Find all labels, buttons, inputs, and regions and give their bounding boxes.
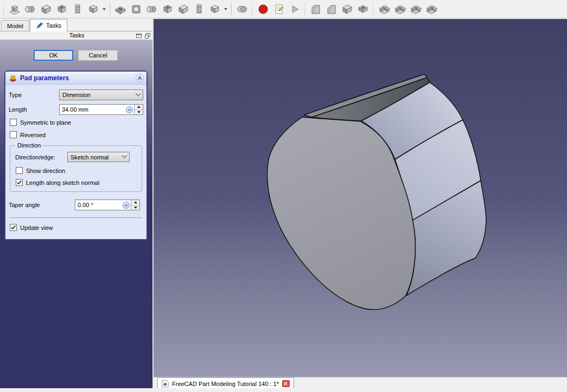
- expression-editor-icon[interactable]: [123, 202, 130, 209]
- revolution-button[interactable]: [22, 1, 38, 17]
- mirrored-icon: [378, 3, 391, 16]
- thickness-button[interactable]: [355, 1, 371, 17]
- dropdown-arrow-icon[interactable]: [224, 8, 227, 10]
- subtractive-pipe-button[interactable]: [160, 1, 175, 17]
- multi-transform-button[interactable]: [423, 1, 439, 17]
- subtractive-loft-icon: [177, 3, 190, 16]
- length-along-label: Length along sketch normal: [26, 179, 99, 186]
- close-icon: [284, 382, 288, 385]
- close-document-button[interactable]: [282, 380, 290, 387]
- hole-icon: [130, 3, 143, 16]
- toolbar-handle[interactable]: [304, 3, 306, 15]
- taper-angle-field[interactable]: 0.00 °: [75, 200, 140, 210]
- subtractive-loft-button[interactable]: [175, 1, 191, 17]
- additive-pipe-icon: [55, 3, 68, 16]
- subtractive-helix-button[interactable]: [191, 1, 207, 17]
- additive-loft-icon: [40, 3, 53, 16]
- taper-angle-value[interactable]: 0.00 °: [75, 202, 123, 208]
- subtractive-primitive-button[interactable]: [207, 1, 222, 17]
- document-tab-title: FreeCAD Part Modeling Tutorial 140 : 1*: [172, 381, 279, 387]
- additive-primitive-icon: [87, 3, 100, 16]
- update-view-label: Update view: [20, 224, 53, 231]
- taper-angle-label: Taper angle: [9, 202, 75, 208]
- pad-parameters-header[interactable]: Pad parameters: [5, 72, 146, 85]
- update-view-checkbox[interactable]: [10, 224, 17, 231]
- polar-pattern-icon: [409, 3, 422, 16]
- type-dropdown[interactable]: Dimension: [59, 89, 143, 100]
- toolbar-handle[interactable]: [3, 3, 5, 15]
- length-field[interactable]: 34.00 mm: [59, 104, 143, 115]
- spin-down-icon[interactable]: [131, 205, 139, 210]
- additive-primitive-button[interactable]: [85, 1, 101, 17]
- direction-edge-dropdown[interactable]: Sketch normal: [67, 152, 130, 162]
- length-value[interactable]: 34.00 mm: [60, 106, 126, 113]
- tab-tasks[interactable]: Tasks: [30, 19, 67, 31]
- draft-button[interactable]: [339, 1, 355, 17]
- macro-edit-button[interactable]: [271, 1, 286, 17]
- chamfer-button[interactable]: [323, 1, 339, 17]
- subtractive-pipe-icon: [161, 3, 174, 16]
- spin-up-icon[interactable]: [131, 200, 139, 205]
- mirrored-button[interactable]: [376, 1, 392, 17]
- expression-editor-icon[interactable]: [126, 106, 133, 113]
- length-along-checkbox[interactable]: [16, 179, 23, 186]
- document-tab[interactable]: FreeCAD Part Modeling Tutorial 140 : 1*: [157, 377, 294, 389]
- show-direction-checkbox[interactable]: [16, 167, 23, 174]
- macro-execute-button[interactable]: [286, 1, 302, 17]
- additive-helix-button[interactable]: [69, 1, 85, 17]
- status-strip: [0, 388, 567, 392]
- update-view-row: Update view: [10, 224, 143, 231]
- tasks-panel: OK Cancel Pad parameters: [0, 40, 154, 388]
- linear-pattern-button[interactable]: [392, 1, 407, 17]
- length-label: Length: [9, 106, 59, 113]
- additive-pipe-button[interactable]: [54, 1, 69, 17]
- chevron-down-icon: [122, 153, 128, 158]
- additive-loft-button[interactable]: [38, 1, 54, 17]
- pencil-icon: [36, 22, 43, 29]
- tasks-dock-titlebar: Tasks: [0, 31, 154, 40]
- type-label: Type: [9, 92, 59, 98]
- fillet-icon: [309, 3, 322, 16]
- spin-up-icon[interactable]: [135, 105, 143, 110]
- symmetric-checkbox[interactable]: [10, 119, 17, 126]
- boolean-operation-button[interactable]: [234, 1, 250, 17]
- direction-edge-row: Direction/edge: Sketch normal: [15, 152, 137, 162]
- combo-view-panel: Model Tasks Tasks OK Cancel: [0, 19, 154, 388]
- ok-button[interactable]: OK: [34, 50, 73, 61]
- macro-execute-icon: [288, 3, 301, 16]
- pocket-button[interactable]: [112, 1, 128, 17]
- length-row: Length 34.00 mm: [9, 104, 143, 115]
- hole-button[interactable]: [128, 1, 144, 17]
- fillet-button[interactable]: [308, 1, 323, 17]
- pad-parameters-title: Pad parameters: [20, 74, 69, 82]
- symmetric-label: Symmetric to plane: [20, 119, 71, 126]
- chamfer-icon: [325, 3, 338, 16]
- tasks-dock-title: Tasks: [69, 32, 84, 38]
- spin-down-icon[interactable]: [135, 110, 143, 115]
- direction-edge-label: Direction/edge:: [15, 154, 67, 160]
- tab-model[interactable]: Model: [1, 20, 29, 31]
- cancel-button[interactable]: Cancel: [78, 50, 118, 61]
- draft-icon: [341, 3, 354, 16]
- toolbar-handle[interactable]: [372, 3, 374, 15]
- reversed-checkbox[interactable]: [10, 131, 17, 138]
- pad-button[interactable]: [7, 1, 22, 17]
- check-icon: [16, 179, 22, 185]
- dock-float-button[interactable]: [144, 33, 150, 38]
- polar-pattern-button[interactable]: [407, 1, 423, 17]
- groove-button[interactable]: [144, 1, 160, 17]
- thickness-icon: [356, 3, 369, 16]
- direction-group-legend: Direction: [15, 142, 43, 149]
- dock-minimize-button[interactable]: [136, 33, 142, 38]
- 3d-viewport[interactable]: [154, 19, 567, 377]
- tab-tasks-label: Tasks: [46, 22, 61, 29]
- toolbar-handle[interactable]: [251, 3, 253, 15]
- collapse-section-button[interactable]: [135, 74, 144, 82]
- reversed-row: Reversed: [10, 131, 143, 138]
- boolean-operation-icon: [235, 3, 249, 16]
- mdi-tab-bar: FreeCAD Part Modeling Tutorial 140 : 1*: [154, 377, 567, 389]
- tab-model-label: Model: [7, 23, 23, 29]
- freecad-document-icon: [162, 380, 169, 388]
- macro-record-button[interactable]: [255, 1, 271, 17]
- dropdown-arrow-icon[interactable]: [103, 8, 106, 10]
